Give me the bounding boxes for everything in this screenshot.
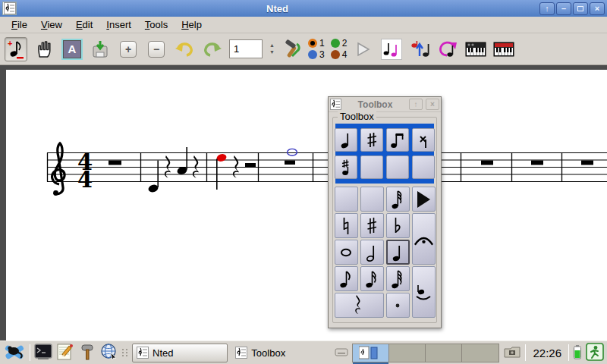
toolbox-sharp-blue-button[interactable]	[360, 128, 383, 152]
toolbox-beamed-note-button[interactable]	[386, 128, 409, 152]
toolbox-quarter-rest-button[interactable]	[335, 293, 384, 318]
task-button-nted[interactable]: Nted	[132, 344, 228, 362]
toolbox-titlebar[interactable]: Toolbox ↑ ×	[329, 97, 441, 112]
toolbox-quarter-note-button-selected[interactable]	[386, 240, 410, 265]
undo-button[interactable]	[173, 37, 196, 61]
logout-button[interactable]	[586, 343, 604, 363]
toolbox-tie-button[interactable]	[412, 266, 436, 318]
toolbox-fermata-button[interactable]	[412, 213, 436, 265]
workspace-pager	[352, 344, 499, 362]
menu-tools[interactable]: Tools	[138, 17, 175, 32]
redo-button[interactable]	[201, 37, 224, 61]
terminal-launcher[interactable]	[34, 344, 52, 362]
toolbox-active-panel	[335, 124, 434, 184]
note-input-mode-button[interactable]: +	[5, 37, 27, 61]
shade-button[interactable]: ↑	[539, 2, 555, 15]
page-number-input[interactable]	[229, 39, 263, 58]
hammer-wrench-icon	[281, 39, 301, 59]
toolbox-whole-note-button[interactable]	[335, 240, 358, 265]
toolbox-eighth-note-button[interactable]	[335, 266, 358, 291]
voice-4-radio[interactable]: 4	[331, 49, 348, 60]
svg-text:+: +	[8, 39, 12, 48]
score-canvas[interactable]: 4 4	[0, 65, 607, 340]
midi-keyboard-button[interactable]	[464, 37, 487, 61]
undo-arrow-icon	[175, 41, 194, 58]
toolbox-play-button[interactable]	[412, 187, 436, 212]
window-titlebar[interactable]: Nted ↑ – ×	[0, 0, 607, 17]
score-page[interactable]	[6, 70, 607, 340]
circular-arrow-note-icon	[438, 39, 458, 59]
workspace-3[interactable]	[426, 344, 462, 362]
xfce-mouse-icon	[3, 342, 26, 362]
play-button[interactable]	[352, 37, 375, 61]
logout-running-man-icon	[586, 343, 604, 361]
redo-arrow-icon	[203, 41, 222, 58]
toolbox-sharp-button[interactable]	[360, 213, 384, 238]
zoom-out-button[interactable]: −	[145, 37, 168, 61]
toolbox-frame-label: Toolbox	[338, 111, 376, 122]
toolbox-window[interactable]: Toolbox ↑ × Toolbox	[328, 96, 442, 328]
voice-2-radio[interactable]: 2	[331, 38, 348, 49]
tools-button[interactable]	[280, 37, 303, 61]
transpose-button[interactable]	[408, 37, 431, 61]
screenshot-tool-icon[interactable]	[503, 344, 521, 362]
zoom-in-button[interactable]: +	[117, 37, 140, 61]
text-tool-button[interactable]: A	[61, 37, 83, 61]
taskbar: Nted Toolbox 22:26	[0, 340, 607, 364]
hand-icon	[35, 39, 54, 58]
import-icon	[91, 40, 109, 58]
tray-drive-icon[interactable]	[335, 347, 348, 359]
battery-indicator[interactable]	[573, 344, 582, 362]
two-notes-icon	[381, 39, 402, 60]
toolbox-shade-button[interactable]: ↑	[409, 99, 423, 110]
toolbox-natural-button[interactable]	[335, 213, 358, 238]
midi-record-keyboard-button[interactable]	[492, 37, 515, 61]
menu-view[interactable]: View	[34, 17, 69, 32]
page-number-spinner[interactable]: ▲▼	[269, 43, 275, 55]
toolbox-dot-button[interactable]	[386, 293, 410, 318]
repeat-button[interactable]	[436, 37, 459, 61]
toolbox-x-notehead-button[interactable]	[412, 128, 435, 152]
workspace-1[interactable]	[353, 344, 389, 362]
import-button[interactable]	[89, 37, 112, 61]
toolbox-blank-button[interactable]	[386, 155, 409, 179]
toolbox-blank-button[interactable]	[360, 187, 384, 212]
toolbox-flat-button[interactable]	[386, 213, 410, 238]
toolbox-task-icon	[235, 347, 247, 359]
workspace-4[interactable]	[462, 344, 498, 362]
tools-launcher[interactable]	[78, 343, 96, 363]
toolbox-quarter-note-blue-button[interactable]	[335, 128, 357, 152]
xfce-menu-button[interactable]	[3, 342, 26, 364]
browser-launcher[interactable]	[100, 343, 118, 363]
menu-file[interactable]: File	[5, 17, 34, 32]
workspace-2[interactable]	[389, 344, 426, 362]
toolbox-blank-button[interactable]	[412, 155, 435, 179]
toolbox-note-with-sharp-button[interactable]	[335, 155, 357, 179]
toolbox-close-button[interactable]: ×	[426, 99, 439, 110]
task-button-toolbox[interactable]: Toolbox	[231, 344, 327, 362]
clock[interactable]: 22:26	[530, 347, 565, 359]
toolbox-sixty-fourth-note-button[interactable]	[386, 187, 410, 212]
maximize-button[interactable]	[573, 2, 588, 15]
editor-launcher[interactable]	[56, 343, 74, 363]
menu-insert[interactable]: Insert	[99, 17, 138, 32]
close-button[interactable]: ×	[590, 2, 605, 15]
toolbox-app-icon	[330, 99, 341, 110]
restore-icon	[577, 6, 583, 11]
minimize-button[interactable]: –	[556, 2, 571, 15]
voice-3-radio[interactable]: 3	[308, 49, 325, 60]
voice-1-dot-icon	[308, 39, 317, 48]
insert-note-button[interactable]	[380, 37, 403, 61]
toolbox-half-note-button[interactable]	[360, 240, 384, 265]
taskbar-separator	[525, 344, 526, 361]
panel-grip[interactable]	[122, 349, 128, 356]
minus-icon: −	[148, 41, 165, 58]
toolbox-blank-button[interactable]	[360, 155, 383, 179]
pan-hand-button[interactable]	[33, 37, 55, 61]
toolbox-blank-button[interactable]	[335, 187, 358, 212]
toolbox-thirty-second-note-button[interactable]	[386, 266, 410, 291]
menu-help[interactable]: Help	[175, 17, 209, 32]
menu-edit[interactable]: Edit	[69, 17, 99, 32]
toolbox-sixteenth-note-button[interactable]	[360, 266, 384, 291]
voice-1-radio[interactable]: 1	[308, 38, 325, 49]
